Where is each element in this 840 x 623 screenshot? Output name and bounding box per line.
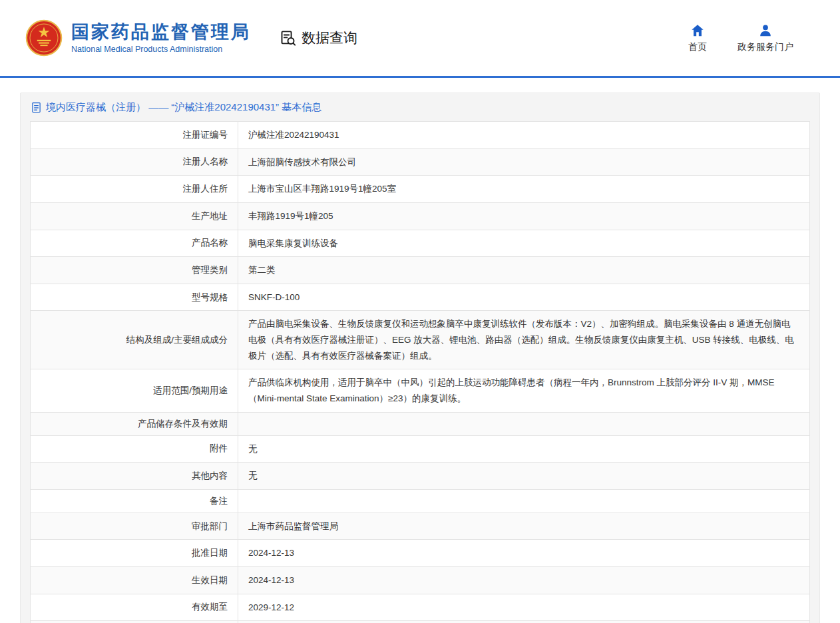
- row-label: 有效期至: [31, 594, 238, 621]
- table-row: 有效期至2029-12-12: [31, 594, 810, 621]
- row-value: 上海市宝山区丰翔路1919号1幢205室: [238, 176, 810, 203]
- row-label: 结构及组成/主要组成成分: [31, 311, 238, 369]
- row-value: 第二类: [238, 257, 810, 284]
- table-row: 其他内容无: [31, 463, 810, 490]
- info-table-wrap: 注册证编号沪械注准20242190431注册人名称上海韶脑传感技术有限公司注册人…: [30, 121, 810, 623]
- table-row: 生产地址丰翔路1919号1幢205: [31, 202, 810, 230]
- info-table: 注册证编号沪械注准20242190431注册人名称上海韶脑传感技术有限公司注册人…: [30, 121, 810, 623]
- row-value: 2024-12-13: [238, 540, 810, 567]
- table-row: 附件无: [31, 435, 810, 463]
- table-row: 产品名称脑电采集康复训练设备: [31, 230, 810, 257]
- row-value: [238, 412, 810, 435]
- user-icon: [758, 23, 773, 38]
- org-name-en: National Medical Products Administration: [71, 45, 251, 54]
- row-value: 上海市药品监督管理局: [238, 513, 810, 540]
- row-label: 备注: [31, 489, 238, 513]
- row-label: 产品名称: [31, 230, 238, 257]
- registration-info-panel: 境内医疗器械（注册） —— “沪械注准20242190431” 基本信息 注册证…: [20, 93, 820, 623]
- row-value: 产品由脑电采集设备、生物反馈康复仪和运动想象脑卒中康复训练软件（发布版本：V2）…: [238, 311, 810, 369]
- row-label: 生产地址: [31, 202, 238, 230]
- table-row: 注册人名称上海韶脑传感技术有限公司: [31, 148, 810, 176]
- row-label: 批准日期: [31, 540, 238, 567]
- site-header: 国家药品监督管理局 National Medical Products Admi…: [0, 0, 840, 76]
- row-label: 注册人名称: [31, 148, 238, 176]
- nav-home[interactable]: 首页: [688, 23, 707, 53]
- panel-title: 境内医疗器械（注册） —— “沪械注准20242190431” 基本信息: [21, 93, 819, 121]
- nav-portal[interactable]: 政务服务门户: [737, 23, 793, 53]
- brand[interactable]: 国家药品监督管理局 National Medical Products Admi…: [25, 19, 251, 57]
- org-name-cn: 国家药品监督管理局: [71, 22, 251, 43]
- info-table-body: 注册证编号沪械注准20242190431注册人名称上海韶脑传感技术有限公司注册人…: [31, 122, 810, 623]
- row-label: 适用范围/预期用途: [31, 369, 238, 412]
- row-value: SNKF-D-100: [238, 284, 810, 311]
- panel-title-text: 境内医疗器械（注册） —— “沪械注准20242190431” 基本信息: [46, 101, 321, 114]
- row-value: 脑电采集康复训练设备: [238, 230, 810, 257]
- row-value: 上海韶脑传感技术有限公司: [238, 148, 810, 176]
- row-label: 注册人住所: [31, 176, 238, 203]
- top-nav: 首页 政务服务门户: [688, 23, 793, 53]
- row-label: 附件: [31, 435, 238, 463]
- row-label: 生效日期: [31, 567, 238, 594]
- row-value: 产品供临床机构使用，适用于脑卒中（中风）引起的上肢运动功能障碍患者（病程一年内，…: [238, 369, 810, 412]
- row-value: [238, 489, 810, 513]
- table-row: 管理类别第二类: [31, 257, 810, 284]
- table-row: 结构及组成/主要组成成分产品由脑电采集设备、生物反馈康复仪和运动想象脑卒中康复训…: [31, 311, 810, 369]
- table-row: 批准日期2024-12-13: [31, 540, 810, 567]
- document-icon: [31, 102, 41, 113]
- row-label: 型号规格: [31, 284, 238, 311]
- row-value: 丰翔路1919号1幢205: [238, 202, 810, 230]
- data-query-module[interactable]: 数据查询: [279, 29, 357, 47]
- row-value: 2024-12-13: [238, 567, 810, 594]
- row-label: 审批部门: [31, 513, 238, 540]
- nav-home-label: 首页: [688, 41, 707, 53]
- table-row: 型号规格SNKF-D-100: [31, 284, 810, 311]
- row-value: 2029-12-12: [238, 594, 810, 621]
- home-icon: [690, 23, 705, 38]
- table-row: 注册人住所上海市宝山区丰翔路1919号1幢205室: [31, 176, 810, 203]
- table-row: 审批部门上海市药品监督管理局: [31, 513, 810, 540]
- row-value: 沪械注准20242190431: [238, 122, 810, 149]
- row-label: 产品储存条件及有效期: [31, 412, 238, 435]
- table-row: 产品储存条件及有效期: [31, 412, 810, 435]
- table-row: 适用范围/预期用途产品供临床机构使用，适用于脑卒中（中风）引起的上肢运动功能障碍…: [31, 369, 810, 412]
- table-row: 生效日期2024-12-13: [31, 567, 810, 594]
- table-row: 备注: [31, 489, 810, 513]
- row-value: 无: [238, 463, 810, 490]
- row-label: 其他内容: [31, 463, 238, 490]
- row-value: 无: [238, 435, 810, 463]
- nav-portal-label: 政务服务门户: [737, 41, 793, 53]
- row-label: 管理类别: [31, 257, 238, 284]
- table-row: 注册证编号沪械注准20242190431: [31, 122, 810, 149]
- module-title-label: 数据查询: [302, 29, 357, 47]
- data-query-icon: [279, 29, 297, 47]
- main-content: 境内医疗器械（注册） —— “沪械注准20242190431” 基本信息 注册证…: [0, 78, 840, 623]
- nmpa-emblem-logo: [25, 19, 63, 57]
- row-label: 注册证编号: [31, 122, 238, 149]
